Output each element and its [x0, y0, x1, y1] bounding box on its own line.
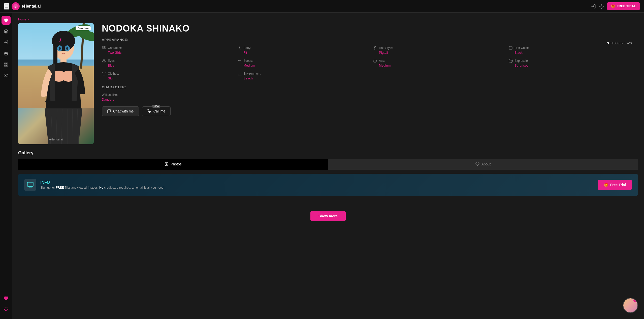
svg-point-43: [510, 60, 510, 61]
hair-style-attr-icon: [373, 46, 377, 50]
show-more-label: Show more: [318, 214, 337, 218]
show-more-button[interactable]: Show more: [310, 211, 345, 221]
svg-point-44: [511, 60, 512, 61]
sidebar-item-heart-outline[interactable]: [2, 305, 11, 314]
breadcrumb-home[interactable]: Home: [18, 18, 26, 21]
sidebar: [0, 13, 12, 319]
settings-button[interactable]: [599, 4, 604, 9]
likes-number: (18093): [610, 41, 623, 45]
info-icon: [24, 179, 36, 191]
topbar-right: 🎁 FREE TRIAL: [591, 2, 640, 10]
attr-boobs-value: Medium: [243, 64, 367, 67]
character-attr-icon: [102, 46, 106, 50]
attr-environment-value: Beach: [243, 76, 367, 80]
attribute-eyes: Eyes: Blue: [102, 59, 231, 67]
topbar-left: ☰ e eHentai.ai: [4, 2, 41, 10]
clothes-attr-icon: [102, 71, 106, 76]
will-act-like-label: Will act like:: [102, 93, 638, 97]
gift-icon: 🎁: [611, 4, 615, 8]
attr-body-value: Fit: [243, 51, 367, 54]
likes-label: Likes: [624, 41, 632, 45]
topbar: ☰ e eHentai.ai 🎁: [0, 0, 644, 13]
svg-rect-9: [6, 63, 8, 64]
show-more-container: Show more: [18, 201, 638, 231]
sidebar-item-people[interactable]: [2, 71, 11, 80]
attribute-boobs: Boobs: Medium: [237, 59, 367, 67]
gallery-tabs: Photos About: [18, 159, 638, 170]
eyes-attr-icon: [102, 59, 106, 63]
likes-count: ♥ (18093) Likes: [607, 41, 632, 45]
svg-rect-47: [27, 182, 33, 186]
float-chat-badge: 1: [633, 298, 637, 302]
tab-photos[interactable]: Photos: [18, 159, 328, 170]
svg-marker-4: [4, 18, 8, 22]
attribute-clothes: Clothes: Skirt: [102, 71, 231, 80]
attribute-hair-style: Hair Style: Pigtail: [373, 46, 502, 54]
free-trial-gallery-label: Free Trial: [610, 183, 626, 187]
content-area: Home » ♥ (18093) Likes: [12, 13, 644, 236]
info-banner-left: INFO Sign up for FREE Trial and view all…: [24, 179, 164, 191]
photos-tab-icon: [165, 162, 169, 166]
character-image-container: eHentai.ai Dandere: [18, 23, 94, 144]
will-act-like-value: Dandere: [102, 98, 638, 101]
character-section: eHentai.ai Dandere NODOKA SHINAKO APPEAR…: [18, 23, 638, 144]
chat-with-me-button[interactable]: Chat with me: [102, 106, 139, 116]
free-trial-button[interactable]: 🎁 FREE TRIAL: [607, 2, 640, 10]
info-title: INFO: [40, 180, 164, 185]
info-banner-icon: [27, 181, 34, 188]
sidebar-item-home[interactable]: [2, 27, 11, 36]
free-trial-gallery-button[interactable]: 🎁 Free Trial: [598, 180, 632, 190]
svg-rect-37: [509, 46, 512, 49]
tab-about[interactable]: About: [328, 159, 638, 170]
gift-gallery-icon: 🎁: [604, 183, 608, 187]
main-layout: Home » ♥ (18093) Likes: [0, 13, 644, 236]
character-image: eHentai.ai: [18, 23, 94, 144]
attr-hair-color-value: Black: [514, 51, 638, 54]
hamburger-button[interactable]: ☰: [4, 3, 9, 10]
about-tab-label: About: [481, 162, 491, 166]
svg-rect-33: [102, 46, 104, 48]
info-banner: INFO Sign up for FREE Trial and view all…: [18, 174, 638, 196]
attr-ass-value: Medium: [379, 64, 502, 67]
login-button[interactable]: [591, 4, 596, 9]
phone-icon: [147, 109, 151, 113]
logo-text: eHentai.ai: [22, 4, 41, 9]
environment-attr-icon: [237, 71, 242, 76]
boobs-attr-icon: [237, 59, 242, 63]
info-text: INFO Sign up for FREE Trial and view all…: [40, 180, 164, 189]
character-section-title: CHARACTER:: [102, 85, 638, 89]
float-chat-widget[interactable]: 1: [623, 298, 638, 313]
sidebar-item-chart[interactable]: [2, 60, 11, 69]
action-buttons: Chat with me NEW Call me: [102, 106, 638, 116]
character-info: NODOKA SHINAKO APPEARANCE: Character:: [102, 23, 638, 144]
call-me-button[interactable]: NEW Call me: [142, 106, 171, 116]
svg-point-23: [66, 47, 68, 50]
body-attr-icon: [237, 46, 242, 50]
sidebar-bottom: [2, 294, 11, 316]
ass-attr-icon: [373, 59, 377, 63]
gallery-section: Gallery Photos About: [18, 150, 638, 231]
gallery-title: Gallery: [18, 150, 638, 156]
logo: e eHentai.ai: [12, 2, 41, 10]
sidebar-item-login[interactable]: [2, 38, 11, 47]
dandere-badge: Dandere: [76, 26, 91, 30]
attribute-hair-color: Hair Color: Black: [508, 46, 638, 54]
attr-expression-value: Surprised: [514, 64, 638, 67]
info-description: Sign up for FREE Trial and view all imag…: [40, 186, 164, 189]
attr-eyes-value: Blue: [108, 64, 231, 67]
attribute-expression: Expression: Surprised: [508, 59, 638, 67]
sidebar-item-heart-filled[interactable]: [2, 294, 11, 303]
attr-hair-style-value: Pigtail: [379, 51, 502, 54]
sidebar-item-diamond[interactable]: [2, 16, 11, 25]
attribute-ass: Ass: Medium: [373, 59, 502, 67]
sidebar-item-gift[interactable]: [2, 49, 11, 58]
heart-icon: ♥: [607, 41, 610, 45]
hair-color-attr-icon: [508, 46, 513, 50]
image-watermark: eHentai.ai: [49, 138, 63, 141]
attr-clothes-value: Skirt: [108, 76, 231, 80]
photos-tab-label: Photos: [171, 162, 182, 166]
svg-rect-11: [4, 65, 6, 66]
svg-point-12: [5, 74, 6, 75]
svg-rect-34: [105, 46, 106, 48]
attr-character-value: Two Girls: [108, 51, 231, 54]
